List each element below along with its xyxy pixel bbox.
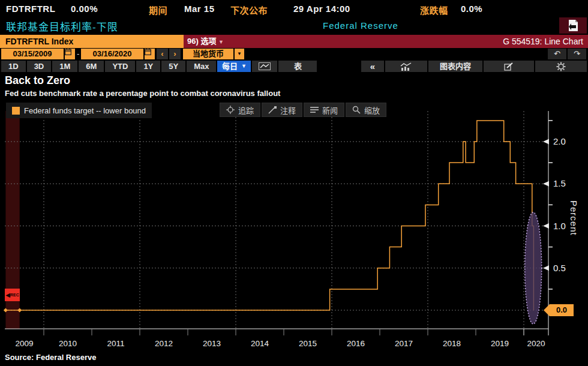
- x-axis-year-label: 2013: [197, 339, 227, 348]
- recession-badge: ◀ REC: [5, 289, 20, 301]
- x-axis-year-label: 2011: [101, 339, 131, 348]
- x-axis-year-label: 2018: [437, 339, 467, 348]
- toolbar-crosshair-button[interactable]: 追踪: [220, 103, 260, 117]
- x-axis-year-label: 2019: [485, 339, 515, 348]
- news-lines-icon: [310, 106, 319, 113]
- chart-toolbar: 追踪注释新闻缩放: [220, 103, 386, 117]
- toolbar-button-label: 新闻: [322, 104, 338, 116]
- arrow-left-icon: ◀: [5, 292, 10, 298]
- badge-arrow-icon: [544, 304, 550, 316]
- x-axis-year-label: 2009: [10, 339, 40, 348]
- y-major-tick-arrow: [543, 181, 549, 187]
- crosshair-icon: [226, 106, 235, 114]
- x-axis-year-label: 2012: [149, 339, 179, 348]
- y-axis-tick-label: 2.0: [553, 136, 575, 146]
- annotate-pencil-icon: [268, 106, 277, 114]
- magnifier-icon: [352, 106, 361, 114]
- highlight-ellipse: [525, 212, 542, 324]
- y-axis-tick-label: 1.5: [553, 178, 575, 188]
- x-axis-year-label: 2020: [521, 339, 551, 348]
- toolbar-annotate-button[interactable]: 注释: [262, 103, 302, 117]
- y-major-tick-arrow: [543, 139, 549, 145]
- toolbar-zoom-button[interactable]: 缩放: [346, 103, 386, 117]
- last-value-badge: 0.0: [544, 304, 574, 316]
- bloomberg-terminal-screen: FDTRFTRL 0.00% 期间 Mar 15 下次公布 29 Apr 14:…: [0, 0, 588, 366]
- rate-line[interactable]: [5, 121, 533, 310]
- toolbar-button-label: 追踪: [238, 104, 254, 116]
- last-value-text: 0.0: [550, 304, 574, 316]
- toolbar-news-button[interactable]: 新闻: [304, 103, 344, 117]
- legend-swatch: [12, 107, 20, 115]
- toolbar-button-label: 注释: [280, 104, 296, 116]
- x-axis-year-label: 2010: [53, 339, 83, 348]
- x-axis-year-label: 2017: [389, 339, 419, 348]
- recession-badge-label: REC: [10, 293, 19, 297]
- x-axis-year-label: 2015: [293, 339, 323, 348]
- y-major-tick-arrow: [543, 265, 549, 271]
- x-axis-year-label: 2014: [245, 339, 275, 348]
- y-major-tick-arrow: [543, 223, 549, 229]
- legend[interactable]: Federal funds target -- lower bound: [6, 103, 152, 118]
- toolbar-button-label: 缩放: [364, 104, 380, 116]
- legend-label: Federal funds target -- lower bound: [24, 106, 146, 115]
- y-axis-tick-label: 0.5: [553, 263, 575, 273]
- rate-step-chart[interactable]: [0, 0, 588, 366]
- y-axis-title: Percent: [569, 200, 579, 236]
- source-note: Source: Federal Reserve: [5, 353, 96, 362]
- x-axis-year-label: 2016: [341, 339, 371, 348]
